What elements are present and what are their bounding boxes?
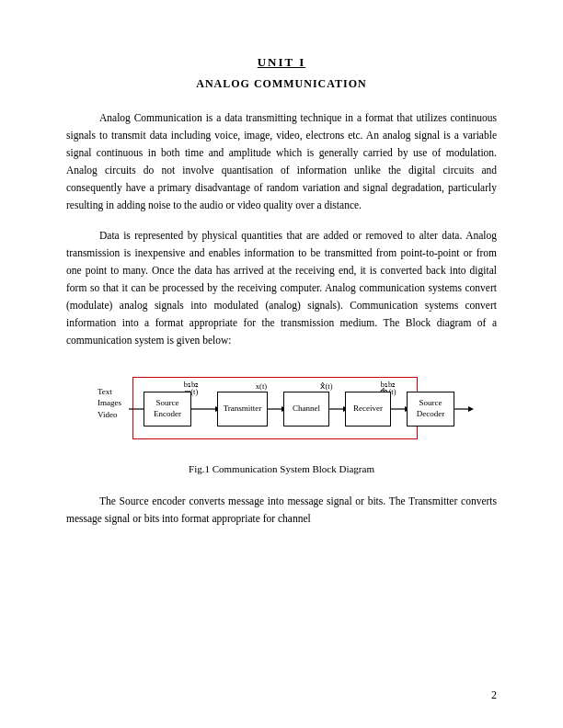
receiver-box: Receiver bbox=[345, 392, 391, 427]
paragraph-2: Data is represented by physical quantiti… bbox=[66, 227, 497, 349]
block-diagram: TextImagesVideo b₁b₂ m(t) x(t) x̂(t) bbox=[66, 366, 497, 485]
source-decoder-box: SourceDecoder bbox=[407, 392, 454, 427]
source-encoder-box: SourceEncoder bbox=[144, 392, 191, 427]
page: UNIT I ANALOG COMMUNICATION Analog Commu… bbox=[0, 0, 563, 728]
transmitter-box: Transmitter bbox=[217, 392, 268, 427]
paragraph-1: Analog Communication is a data transmitt… bbox=[66, 109, 497, 214]
section-title: ANALOG COMMUNICATION bbox=[66, 77, 497, 91]
fig-caption: Fig.1 Communication System Block Diagram bbox=[189, 463, 374, 474]
svg-text:x̂(t): x̂(t) bbox=[320, 381, 332, 391]
diagram-inner: TextImagesVideo b₁b₂ m(t) x(t) x̂(t) bbox=[98, 366, 465, 458]
unit-title: UNIT I bbox=[66, 55, 497, 70]
channel-box: Channel bbox=[283, 392, 329, 427]
page-number: 2 bbox=[491, 688, 497, 702]
svg-text:x(t): x(t) bbox=[256, 381, 267, 391]
svg-marker-17 bbox=[468, 406, 474, 412]
paragraph-3: The Source encoder converts message into… bbox=[66, 493, 497, 528]
